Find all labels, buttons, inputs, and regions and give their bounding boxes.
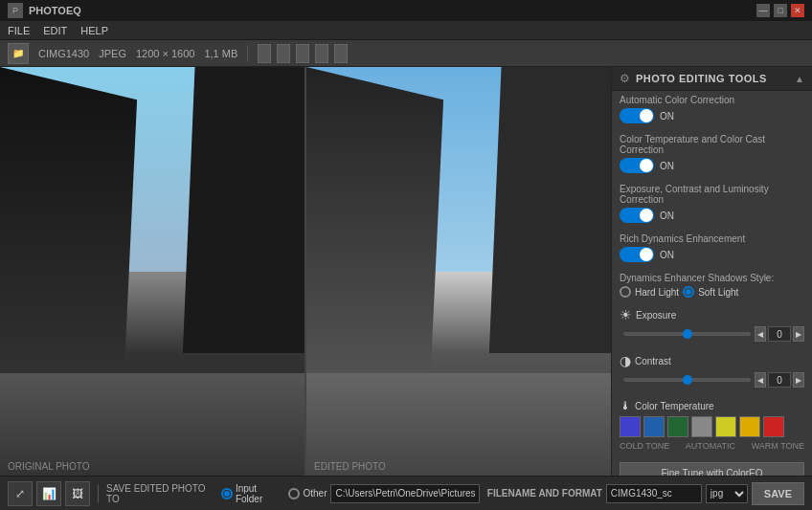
swatch-5[interactable] (715, 416, 736, 437)
save-section: SAVE EDITED PHOTO TO Input Folder Other (106, 483, 480, 504)
fine-tune-btn[interactable]: Fine Tune with ColorEQ (620, 462, 804, 476)
maximize-button[interactable]: □ (774, 4, 787, 17)
color-swatches-row (620, 416, 804, 437)
swatch-7[interactable] (763, 416, 784, 437)
swatch-2[interactable] (643, 416, 665, 437)
toolbar-folder-icon[interactable]: 📁 (8, 43, 29, 64)
bottom-bar: ⤢ 📊 🖼 SAVE EDITED PHOTO TO Input Folder … (0, 476, 812, 510)
soft-light-radio[interactable] (683, 286, 694, 298)
auto-color-toggle[interactable] (620, 108, 654, 123)
format-select[interactable]: jpg png tif (706, 484, 748, 503)
exposure-correction-label: Exposure, Contrast and Luminosity Correc… (620, 184, 804, 205)
filename-section: FILENAME AND FORMAT jpg png tif SAVE (487, 482, 804, 505)
toolbar-separator (247, 45, 248, 62)
auto-color-section: Automatic Color Correction ON (612, 91, 812, 130)
save-button[interactable]: SAVE (752, 482, 804, 505)
panel-collapse-btn[interactable]: ▲ (795, 74, 804, 84)
toolbar-btn-1[interactable] (258, 44, 271, 63)
exposure-value-box: ◀ 0 ▶ (755, 326, 804, 342)
swatch-1[interactable] (620, 416, 641, 437)
auto-color-toggle-label: ON (660, 111, 674, 122)
bottom-tools: ⤢ 📊 🖼 (8, 481, 90, 506)
original-photo-label: ORIGINAL PHOTO (8, 461, 90, 472)
fine-tune-section: Fine Tune with ColorEQ (612, 458, 812, 476)
cold-tone-label: COLD TONE (620, 441, 669, 451)
contrast-slider-label-row: ◑ Contrast (620, 353, 804, 368)
toolbar: 📁 CIMG1430 JPEG 1200 × 1600 1,1 MB (0, 40, 812, 67)
title-bar-left: P PHOTOEQ (8, 3, 81, 18)
hard-light-label: Hard Light (635, 287, 679, 298)
rich-dynamics-section: Rich Dynamics Enhancement ON (612, 230, 812, 269)
toolbar-btn-4[interactable] (315, 44, 328, 63)
right-panel: ⚙ PHOTO EDITING TOOLS ▲ Automatic Color … (611, 67, 812, 476)
input-folder-label: Input Folder (236, 483, 285, 504)
toolbar-btn-5[interactable] (334, 44, 348, 63)
input-folder-radio-row: Input Folder (221, 483, 284, 504)
window-controls: — □ ✕ (756, 4, 804, 17)
color-temp-section: Color Temperature and Color Cast Correct… (612, 130, 812, 180)
bottom-divider (98, 484, 99, 503)
input-folder-radio[interactable] (221, 488, 233, 499)
auto-color-label: Automatic Color Correction (620, 95, 804, 105)
hard-light-radio[interactable] (620, 286, 631, 298)
edited-photo (306, 67, 611, 476)
swatch-6[interactable] (739, 416, 760, 437)
exposure-slider-section: ☀ Exposure ◀ 0 ▶ (612, 303, 812, 349)
other-folder-label: Other (303, 488, 327, 499)
contrast-slider-track[interactable] (623, 378, 751, 382)
filename-input[interactable] (606, 484, 702, 503)
rich-dynamics-toggle[interactable] (620, 247, 654, 262)
color-temp-toggle-label: ON (660, 161, 674, 171)
path-input[interactable] (330, 484, 479, 503)
histogram-tool-btn[interactable]: 📊 (36, 481, 61, 506)
other-folder-radio[interactable] (288, 488, 300, 499)
exposure-correction-toggle-row: ON (620, 208, 804, 223)
contrast-slider-thumb[interactable] (683, 375, 692, 385)
color-temp-swatches-name: Color Temperature (635, 401, 714, 411)
file-format: JPEG (99, 48, 126, 59)
rich-dynamics-toggle-row: ON (620, 247, 804, 262)
swatch-4[interactable] (691, 416, 712, 437)
contrast-decrement[interactable]: ◀ (755, 372, 766, 388)
app-title: PHOTOEQ (29, 5, 81, 16)
exposure-slider-thumb[interactable] (683, 329, 692, 339)
color-temp-swatches-section: 🌡 Color Temperature COLD TONE AUTOMATIC … (612, 395, 812, 458)
exposure-slider-label-row: ☀ Exposure (620, 307, 804, 322)
main-area: ORIGINAL PHOTO EDITED PHOTO ⚙ PHOTO EDIT… (0, 67, 812, 476)
file-size: 1,1 MB (204, 48, 237, 59)
warm-tone-label: WARM TONE (752, 441, 804, 451)
app-logo: P (8, 3, 23, 18)
contrast-increment[interactable]: ▶ (793, 372, 804, 388)
file-dimensions: 1200 × 1600 (136, 48, 194, 59)
rich-dynamics-toggle-label: ON (660, 250, 674, 260)
menu-edit[interactable]: EDIT (43, 25, 67, 36)
exposure-slider-name: Exposure (636, 310, 676, 321)
edited-photo-label: EDITED PHOTO (314, 461, 386, 472)
menu-help[interactable]: HELP (80, 25, 108, 36)
rich-dynamics-knob (640, 248, 653, 261)
exposure-increment[interactable]: ▶ (793, 326, 804, 342)
contrast-value-box: ◀ 0 ▶ (755, 372, 804, 388)
close-button[interactable]: ✕ (791, 4, 804, 17)
dynamics-style-label: Dynamics Enhancer Shadows Style: (620, 273, 804, 283)
filename-label: FILENAME AND FORMAT (487, 488, 602, 499)
auto-color-toggle-knob (640, 109, 653, 122)
exposure-correction-toggle[interactable] (620, 208, 654, 223)
toolbar-btn-3[interactable] (296, 44, 309, 63)
contrast-slider-row: ◀ 0 ▶ (620, 372, 804, 388)
preview-tool-btn[interactable]: 🖼 (65, 481, 90, 506)
menu-file[interactable]: FILE (8, 25, 30, 36)
exposure-slider-track[interactable] (623, 332, 751, 336)
contrast-value: 0 (768, 372, 791, 388)
file-name: CIMG1430 (38, 48, 89, 59)
panel-header: ⚙ PHOTO EDITING TOOLS ▲ (612, 67, 812, 91)
color-temp-toggle[interactable] (620, 158, 654, 173)
color-temp-label: Color Temperature and Color Cast Correct… (620, 134, 804, 155)
zoom-tool-btn[interactable]: ⤢ (8, 481, 33, 506)
auto-color-toggle-row: ON (620, 108, 804, 123)
toolbar-btn-2[interactable] (277, 44, 290, 63)
swatch-3[interactable] (667, 416, 688, 437)
photo-area: ORIGINAL PHOTO EDITED PHOTO (0, 67, 611, 476)
minimize-button[interactable]: — (756, 4, 770, 17)
exposure-decrement[interactable]: ◀ (755, 326, 766, 342)
